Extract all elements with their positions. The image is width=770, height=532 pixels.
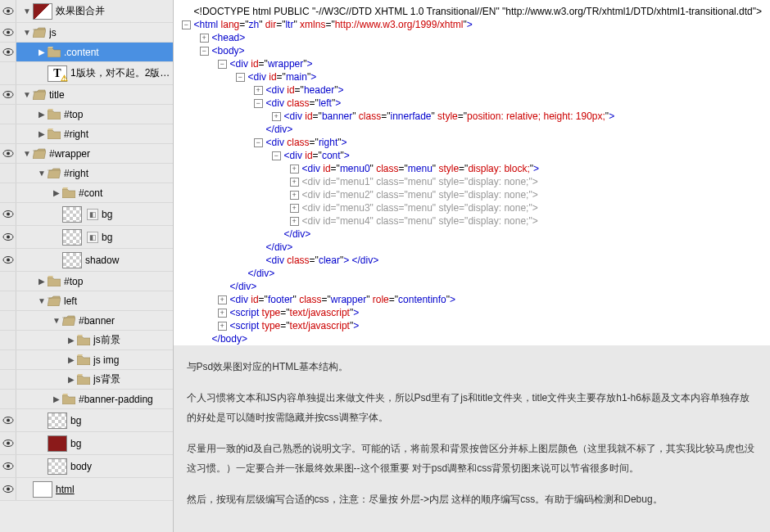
visibility-toggle[interactable]: [0, 409, 16, 431]
code-line[interactable]: +<div id="menu0" class="menu" style="dis…: [182, 162, 762, 175]
expand-icon[interactable]: ▶: [51, 390, 62, 408]
code-line[interactable]: +<script type="text/javascript">: [182, 319, 762, 332]
layer-row[interactable]: bg: [0, 432, 173, 455]
code-line[interactable]: <!DOCTYPE html PUBLIC "-//W3C//DTD XHTML…: [182, 5, 762, 18]
visibility-toggle[interactable]: [0, 226, 16, 248]
layers-panel[interactable]: ▼效果图合并▼js▶.contentT1版块，对不起。2版块，...▼title…: [0, 0, 174, 532]
collapse-icon[interactable]: −: [200, 47, 209, 56]
layer-row[interactable]: ▶#cont: [0, 183, 173, 203]
collapse-icon[interactable]: −: [272, 151, 281, 160]
expand-icon[interactable]: +: [290, 217, 299, 226]
expand-icon[interactable]: ▶: [51, 183, 62, 202]
expand-icon[interactable]: ▶: [36, 43, 48, 61]
layer-row[interactable]: ▶.content: [0, 43, 173, 62]
visibility-toggle[interactable]: [0, 272, 16, 291]
layer-row[interactable]: ▼title: [0, 85, 173, 105]
layer-row[interactable]: body: [0, 455, 173, 478]
code-line[interactable]: −<body>: [182, 44, 762, 57]
expand-icon[interactable]: +: [272, 112, 281, 121]
visibility-toggle[interactable]: [0, 432, 16, 454]
code-line[interactable]: </div>: [182, 123, 762, 136]
layer-row[interactable]: ▼#banner: [0, 311, 173, 331]
code-line[interactable]: </div>: [182, 228, 762, 241]
layer-row[interactable]: ▼效果图合并: [0, 0, 173, 23]
code-line[interactable]: <div class="clear"> </div>: [182, 254, 762, 267]
visibility-toggle[interactable]: [0, 85, 16, 104]
visibility-toggle[interactable]: [0, 105, 16, 124]
code-line[interactable]: −<div id="main">: [182, 70, 762, 83]
code-line[interactable]: +<div id="menu4" class="menu" style="dis…: [182, 214, 762, 228]
collapse-icon[interactable]: ▼: [21, 23, 33, 42]
code-line[interactable]: +<div id="header">: [182, 83, 762, 97]
layer-row[interactable]: ▼js: [0, 23, 173, 43]
collapse-icon[interactable]: ▼: [51, 311, 62, 330]
collapse-icon[interactable]: ▼: [21, 144, 33, 163]
expand-icon[interactable]: +: [290, 191, 299, 200]
visibility-toggle[interactable]: [0, 62, 16, 84]
expand-icon[interactable]: +: [218, 322, 227, 331]
layer-row[interactable]: ▼#wrapper: [0, 144, 173, 164]
visibility-toggle[interactable]: [0, 390, 16, 408]
visibility-toggle[interactable]: [0, 203, 16, 225]
visibility-toggle[interactable]: [0, 183, 16, 202]
collapse-icon[interactable]: −: [254, 99, 263, 108]
expand-icon[interactable]: +: [254, 86, 263, 95]
visibility-toggle[interactable]: [0, 478, 16, 500]
visibility-toggle[interactable]: [0, 124, 16, 143]
expand-icon[interactable]: ▶: [66, 370, 77, 389]
layer-row[interactable]: T1版块，对不起。2版块，...: [0, 62, 173, 85]
visibility-toggle[interactable]: [0, 455, 16, 477]
collapse-icon[interactable]: −: [218, 60, 227, 69]
code-line[interactable]: +<div id="banner" class="innerfade" styl…: [182, 110, 762, 123]
visibility-toggle[interactable]: [0, 249, 16, 271]
layer-row[interactable]: ▶#banner-padding: [0, 390, 173, 409]
code-line[interactable]: −<div id="wrapper">: [182, 57, 762, 70]
layer-row[interactable]: ◧bg: [0, 226, 173, 249]
layer-row[interactable]: ◧bg: [0, 203, 173, 226]
expand-icon[interactable]: ▶: [66, 331, 77, 349]
code-line[interactable]: −<div class="left">: [182, 97, 762, 110]
layer-row[interactable]: ▶js前景: [0, 331, 173, 350]
layer-row[interactable]: ▶#top: [0, 105, 173, 124]
collapse-icon[interactable]: ▼: [21, 85, 33, 104]
collapse-icon[interactable]: −: [236, 73, 245, 82]
layer-row[interactable]: bg: [0, 409, 173, 432]
visibility-toggle[interactable]: [0, 331, 16, 349]
visibility-toggle[interactable]: [0, 350, 16, 369]
collapse-icon[interactable]: ▼: [36, 164, 48, 183]
expand-icon[interactable]: +: [218, 309, 227, 318]
code-line[interactable]: </body>: [182, 332, 762, 345]
expand-icon[interactable]: ▶: [36, 105, 48, 124]
expand-icon[interactable]: +: [290, 204, 299, 213]
visibility-toggle[interactable]: [0, 370, 16, 389]
layer-row[interactable]: ▼left: [0, 291, 173, 311]
expand-icon[interactable]: +: [218, 295, 227, 304]
code-line[interactable]: −<div class="right">: [182, 136, 762, 149]
expand-icon[interactable]: +: [290, 178, 299, 187]
code-line[interactable]: −<div id="cont">: [182, 149, 762, 162]
expand-icon[interactable]: ▶: [66, 350, 77, 369]
layer-row[interactable]: ▶#top: [0, 272, 173, 291]
expand-icon[interactable]: ▶: [36, 124, 48, 143]
layer-row[interactable]: html: [0, 478, 173, 501]
layer-row[interactable]: ▼#right: [0, 164, 173, 183]
code-line[interactable]: </div>: [182, 280, 762, 293]
visibility-toggle[interactable]: [0, 291, 16, 310]
code-line[interactable]: −<html lang="zh" dir="ltr" xmlns="http:/…: [182, 18, 762, 31]
layer-row[interactable]: ▶js背景: [0, 370, 173, 390]
code-line[interactable]: </div>: [182, 241, 762, 254]
collapse-icon[interactable]: ▼: [36, 291, 48, 310]
code-line[interactable]: +<div id="menu1" class="menu" style="dis…: [182, 175, 762, 188]
visibility-toggle[interactable]: [0, 23, 16, 42]
visibility-toggle[interactable]: [0, 311, 16, 330]
collapse-icon[interactable]: ▼: [21, 0, 33, 22]
visibility-toggle[interactable]: [0, 0, 16, 22]
code-line[interactable]: +<head>: [182, 31, 762, 44]
collapse-icon[interactable]: −: [182, 20, 191, 29]
layer-row[interactable]: shadow: [0, 249, 173, 272]
code-line[interactable]: +<div id="footer" class="wrapper" role="…: [182, 293, 762, 306]
layer-row[interactable]: ▶js img: [0, 350, 173, 370]
collapse-icon[interactable]: −: [254, 138, 263, 147]
code-line[interactable]: +<script type="text/javascript">: [182, 306, 762, 319]
expand-icon[interactable]: ▶: [36, 272, 48, 291]
